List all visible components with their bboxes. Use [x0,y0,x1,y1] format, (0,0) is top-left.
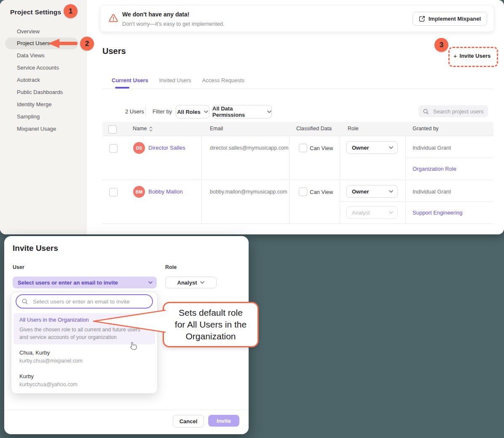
tab-current-users[interactable]: Current Users [112,77,148,83]
user-email: bobby.mallon@mymusicapp.com [210,189,287,195]
row-checkbox[interactable] [109,188,118,196]
invite-submit-button[interactable]: Invite [208,415,239,427]
search-project-users[interactable] [418,105,488,117]
column-classified: Classified Data [296,122,332,136]
cursor-hand-icon [129,341,137,352]
chevron-down-icon [389,211,393,214]
banner-title: We don't have any data! [122,11,189,18]
plus-icon: + [453,52,457,59]
screenshot-root: Project Settings Overview Project Users … [0,0,504,438]
search-input[interactable] [432,108,485,115]
annotation-arrow-icon [48,39,59,48]
annotation-callout-tail [90,309,166,336]
can-view-label: Can View [310,145,333,151]
all-roles-label: All Roles [177,109,201,115]
annotation-arrow-shaft [59,42,78,45]
sidebar-item-autotrack[interactable]: Autotrack [17,76,40,84]
cancel-button[interactable]: Cancel [173,415,204,427]
option-user-email: kurbycchua@yahoo.com [19,382,78,387]
row-divider [102,180,493,180]
select-all-checkbox[interactable] [108,125,117,134]
banner-subtitle: Don't worry—it's easy to get implemented… [122,21,225,27]
granted-by-value: Individual Grant [413,188,451,195]
role-select-dropdown[interactable]: Analyst [165,277,217,288]
warning-icon [109,14,118,24]
column-role: Role [348,122,359,136]
option-user-name[interactable]: Kurby [19,373,34,379]
invite-users-button[interactable]: + Invite Users [452,50,492,61]
implement-mixpanel-label: Implement Mixpanel [429,16,481,22]
row-checkbox[interactable] [109,144,118,153]
filter-divider [145,107,146,116]
role-field-label: Role [165,264,177,270]
tab-invited-users[interactable]: Invited Users [159,77,191,83]
role-select[interactable]: Owner [346,141,398,154]
data-permissions-label: All Data Permissions [212,105,264,118]
option-user-email: kurby.chua@mixpanel.com [19,358,83,364]
role-select[interactable]: Owner [346,185,398,198]
column-name[interactable]: Name [133,122,153,136]
row-divider [102,136,493,136]
column-granted-by: Granted by [413,122,439,136]
chevron-down-icon [267,110,271,113]
chevron-down-icon [204,110,208,113]
sidebar-item-project-users[interactable]: Project Users [17,40,50,47]
sidebar-item-public-dashboards[interactable]: Public Dashboards [17,89,63,96]
avatar: DS [133,142,145,154]
avatar: BM [133,186,145,198]
search-icon [21,298,28,305]
data-permissions-filter[interactable]: All Data Permissions [212,105,272,118]
all-roles-filter[interactable]: All Roles [176,105,209,118]
user-field-label: User [13,264,24,270]
sidebar-item-mixpanel-usage[interactable]: Mixpanel Usage [17,125,56,133]
sidebar-item-service-accounts[interactable]: Service Accounts [17,64,59,72]
external-link-icon [419,16,425,22]
option-user-name[interactable]: Chua, Kurby [19,349,50,356]
sidebar-item-data-views[interactable]: Data Views [17,52,45,59]
filter-by-label: Filter by [153,108,172,115]
grant-divider [405,158,493,158]
sidebar-title: Project Settings [10,8,61,16]
sidebar-item-identity-merge[interactable]: Identity Merge [17,101,51,108]
dropdown-search[interactable] [16,294,153,309]
user-name-link[interactable]: Director Salles [148,145,185,151]
implement-mixpanel-button[interactable]: Implement Mixpanel [413,12,487,26]
tab-access-requests[interactable]: Access Requests [202,77,244,83]
sidebar-item-sampling[interactable]: Sampling [17,113,40,121]
users-tabs: Current Users Invited Users Access Reque… [112,77,244,83]
user-select-dropdown[interactable]: Select users or enter an email to invite [13,277,157,288]
user-count: 2 Users [125,108,144,115]
column-email: Email [210,122,223,136]
user-email: director.salles@mymusicapp.com [210,145,288,151]
tabs-divider [102,89,493,89]
invite-users-label: Invite Users [460,53,491,59]
row-divider [102,223,493,224]
sidebar-item-overview[interactable]: Overview [17,28,40,35]
option-all-users-label[interactable]: All Users in the Organization [19,317,89,323]
chevron-down-icon [200,281,204,284]
page-title: Users [102,46,126,56]
sort-icon[interactable] [149,126,153,132]
chevron-down-icon [389,190,393,193]
granted-by-link[interactable]: Support Engineering [413,210,463,216]
annotation-step-3: 3 [434,38,448,52]
user-name-link[interactable]: Bobby Mallon [148,188,183,195]
annotation-callout: Sets default role for All Users in the O… [163,302,259,347]
users-table: Name Email Classified Data Role Granted … [102,122,493,223]
grant-divider [340,202,493,202]
modal-title: Invite Users [13,244,58,253]
can-view-checkbox[interactable] [299,144,307,152]
chevron-down-icon [389,146,393,149]
search-icon [423,108,429,115]
annotation-step-2: 2 [80,37,94,51]
dropdown-search-input[interactable] [32,298,147,305]
role-select-disabled: Analyst [346,206,398,219]
annotation-step-1: 1 [64,4,78,18]
modal-footer-divider [4,410,249,410]
can-view-checkbox[interactable] [299,188,307,196]
granted-by-value: Individual Grant [413,145,451,151]
chevron-down-icon [148,281,153,284]
no-data-banner: We don't have any data! Don't worry—it's… [100,5,494,32]
granted-by-link[interactable]: Organization Role [413,166,456,172]
settings-sidebar [0,0,87,234]
